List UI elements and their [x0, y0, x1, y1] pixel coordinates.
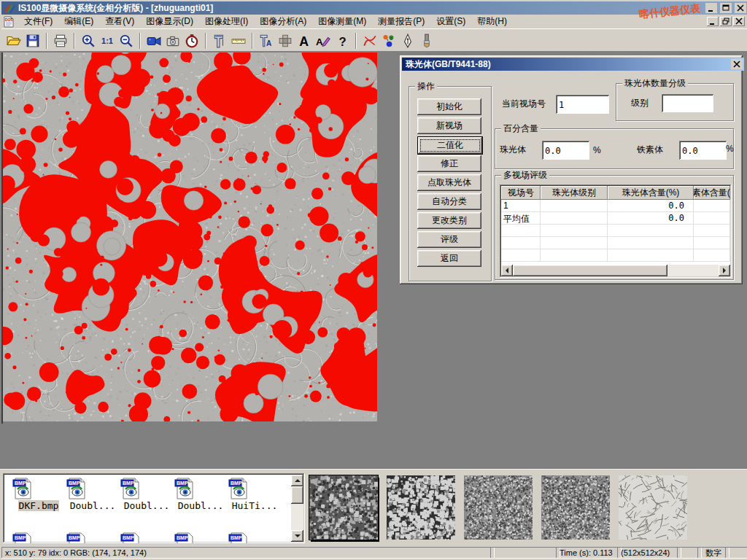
scroll-down-icon[interactable]: [291, 530, 303, 542]
op-button-initialize[interactable]: 初始化: [417, 98, 481, 115]
save-icon[interactable]: [23, 31, 42, 50]
table-horizontal-scrollbar[interactable]: [501, 265, 730, 276]
table-cell: [541, 249, 608, 262]
table-header-view[interactable]: 视场号: [501, 186, 541, 200]
thumbnail-1[interactable]: [309, 475, 378, 540]
menu-item-settings[interactable]: 设置(S): [431, 14, 471, 29]
op-button-correct[interactable]: 修正: [417, 155, 481, 172]
op-button-pick-pearlite[interactable]: 点取珠光体: [417, 174, 481, 191]
file-item[interactable]: BMP: [228, 532, 282, 543]
file-name[interactable]: DKF.bmp: [18, 500, 60, 511]
video-capture-icon[interactable]: [144, 31, 163, 50]
timer-icon[interactable]: [182, 31, 201, 50]
table-cell[interactable]: 1: [501, 200, 541, 212]
file-list-scrollbar[interactable]: [291, 475, 303, 542]
svg-text:DOC: DOC: [5, 18, 14, 22]
ruler-icon[interactable]: [229, 31, 248, 50]
table-cell[interactable]: 0.0: [608, 200, 694, 212]
particle-classify-icon[interactable]: 3: [379, 31, 398, 50]
file-item[interactable]: BMP: [174, 532, 228, 543]
scrollbar-thumb[interactable]: [513, 265, 667, 276]
curve-measure-icon[interactable]: [360, 31, 379, 50]
mdi-close-button[interactable]: [733, 17, 745, 26]
table-cell[interactable]: [694, 212, 730, 225]
file-item[interactable]: BMP DKF.bmp: [12, 477, 66, 511]
table-cell[interactable]: 平均值: [501, 212, 541, 225]
scroll-right-icon[interactable]: [719, 265, 730, 276]
file-name[interactable]: Doubl...: [69, 500, 117, 511]
mdi-minimize-button[interactable]: [707, 17, 719, 26]
file-name[interactable]: Doubl...: [123, 500, 171, 511]
op-button-binarize[interactable]: 二值化: [417, 136, 483, 155]
table-cell[interactable]: [541, 212, 608, 225]
print-icon[interactable]: [51, 31, 70, 50]
zoom-out-icon[interactable]: [117, 31, 136, 50]
menu-item-image-display[interactable]: 图像显示(D): [141, 14, 198, 29]
table-header-pearlite[interactable]: 珠光体含量(%): [608, 186, 694, 200]
menu-item-view[interactable]: 查看(V): [100, 14, 139, 29]
ferrite-label: 铁素体: [637, 144, 663, 155]
dialog-close-icon[interactable]: [731, 59, 743, 69]
thumbnail-2[interactable]: [387, 475, 455, 540]
svg-text:?: ?: [339, 34, 347, 47]
metallograph-image[interactable]: [1, 52, 377, 424]
table-header-ferrite[interactable]: 铁素体含量(%): [694, 186, 730, 200]
op-button-auto-classify[interactable]: 自动分类: [417, 193, 481, 210]
op-button-change-class[interactable]: 更改类别: [417, 212, 481, 229]
document-icon[interactable]: DOC: [3, 16, 15, 28]
pearlite-percent-input[interactable]: [542, 141, 590, 160]
file-item[interactable]: BMP: [12, 532, 66, 543]
maximize-button[interactable]: [720, 3, 732, 13]
menu-item-edit[interactable]: 编辑(E): [59, 14, 98, 29]
scrollbar-thumb[interactable]: [291, 486, 303, 504]
scroll-left-icon[interactable]: [501, 265, 513, 276]
menu-item-measure-report[interactable]: 测量报告(P): [373, 14, 430, 29]
pen-tool-icon[interactable]: [398, 31, 417, 50]
file-item[interactable]: BMP: [66, 532, 120, 543]
ferrite-percent-input[interactable]: [679, 141, 727, 160]
file-item[interactable]: BMP HuiTi...: [228, 477, 282, 511]
metallograph-canvas[interactable]: [3, 52, 377, 421]
current-view-input[interactable]: [556, 95, 610, 114]
table-cell[interactable]: [694, 200, 730, 212]
file-item[interactable]: BMP Doubl...: [174, 477, 228, 511]
file-name[interactable]: HuiTi...: [231, 500, 279, 511]
menu-item-help[interactable]: 帮助(H): [472, 14, 512, 29]
brush-tool-icon[interactable]: [417, 31, 436, 50]
op-button-new-field[interactable]: 新视场: [417, 117, 481, 134]
scroll-up-icon[interactable]: [291, 475, 303, 486]
bmp-file-icon: BMP: [174, 477, 196, 500]
thumbnail-4[interactable]: [541, 475, 610, 540]
file-name[interactable]: Doubl...: [177, 500, 225, 511]
menu-item-file[interactable]: 文件(F): [19, 14, 58, 29]
zoom-in-icon[interactable]: [79, 31, 98, 50]
camera-capture-icon[interactable]: [163, 31, 182, 50]
measure-label-icon[interactable]: A: [257, 31, 276, 50]
help-icon[interactable]: ?: [333, 31, 352, 50]
file-item[interactable]: BMP Doubl...: [66, 477, 120, 511]
op-button-return[interactable]: 返回: [417, 250, 481, 267]
actual-size-icon[interactable]: 1:1: [98, 31, 117, 50]
operation-group: 操作 初始化 新视场 二值化 修正 点取珠光体 自动分类 更改类别 评级 返回: [409, 86, 492, 281]
table-cell[interactable]: [541, 200, 608, 212]
menu-item-image-process[interactable]: 图像处理(I): [200, 14, 253, 29]
text-tool-icon[interactable]: A: [295, 31, 314, 50]
menu-item-image-analysis[interactable]: 图像分析(A): [255, 14, 311, 29]
close-button[interactable]: [735, 3, 746, 13]
thumbnail-5[interactable]: [619, 475, 687, 540]
open-file-icon[interactable]: [4, 31, 23, 50]
mdi-restore-button[interactable]: [720, 17, 732, 26]
minimize-button[interactable]: [705, 3, 717, 13]
merge-grid-icon[interactable]: [276, 31, 295, 50]
op-button-grade[interactable]: 评级: [417, 231, 481, 248]
file-item[interactable]: BMP: [120, 532, 174, 543]
bmp-file-icon: BMP: [66, 532, 88, 543]
grade-input[interactable]: [662, 94, 714, 113]
caliper-icon[interactable]: [210, 31, 229, 50]
thumbnail-3[interactable]: [464, 475, 533, 540]
file-item[interactable]: BMP Doubl...: [120, 477, 174, 511]
annotate-icon[interactable]: A: [314, 31, 333, 50]
table-header-grade[interactable]: 珠光体级别: [541, 186, 608, 200]
menu-item-image-measure[interactable]: 图像测量(M): [313, 14, 371, 29]
table-cell[interactable]: 0.0: [608, 212, 694, 225]
